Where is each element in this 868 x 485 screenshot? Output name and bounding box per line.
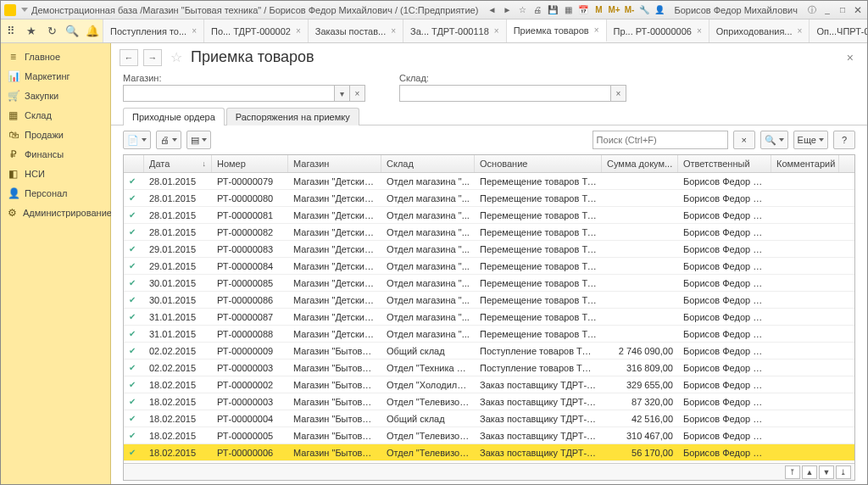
table-row[interactable]: ✔31.01.2015РТ-00000088Магазин "Детские .…: [124, 326, 854, 343]
m-icon[interactable]: M: [593, 4, 604, 16]
tab-close-icon[interactable]: ×: [391, 26, 396, 36]
print-button[interactable]: 🖨: [156, 131, 181, 149]
warehouse-filter-clear-icon[interactable]: ×: [611, 85, 626, 102]
tab-close-icon[interactable]: ×: [494, 26, 499, 36]
sidebar-item[interactable]: ⚙Администрирование: [1, 203, 110, 222]
report-button[interactable]: ▤: [186, 131, 211, 149]
sidebar-item[interactable]: 🛍Продажи: [1, 125, 110, 144]
cell-basis: Поступление товаров ТДР...: [475, 346, 602, 356]
subtab[interactable]: Приходные ордера: [123, 108, 225, 125]
col-sum[interactable]: Сумма докум...: [602, 155, 678, 172]
table-row[interactable]: ✔28.01.2015РТ-00000079Магазин "Детские .…: [124, 173, 854, 190]
table-row[interactable]: ✔02.02.2015РТ-00000009Магазин "Бытовая..…: [124, 343, 854, 360]
table-row[interactable]: ✔30.01.2015РТ-00000085Магазин "Детские .…: [124, 275, 854, 292]
shop-filter-clear-icon[interactable]: ×: [350, 85, 365, 102]
table-row[interactable]: ✔18.02.2015РТ-00000005Магазин "Бытовая..…: [124, 427, 854, 444]
tab[interactable]: Оп...ЧПРТ-000002×: [810, 20, 867, 42]
shop-filter-input[interactable]: [123, 85, 335, 102]
app-menu-dropdown-icon[interactable]: [21, 8, 28, 12]
calc-icon[interactable]: ▦: [562, 4, 574, 16]
tab[interactable]: По... ТДРТ-000002×: [204, 20, 309, 42]
tab[interactable]: Заказы постав...×: [309, 20, 403, 42]
tab[interactable]: Поступления то...×: [103, 20, 204, 42]
search-input[interactable]: [593, 131, 728, 149]
bell-icon[interactable]: 🔔: [82, 20, 103, 43]
scroll-bottom-icon[interactable]: ⤓: [836, 465, 851, 479]
help-button[interactable]: ?: [833, 131, 855, 149]
nav-back-button[interactable]: ←: [120, 49, 138, 66]
apps-icon[interactable]: ⠿: [1, 20, 21, 43]
m-minus-icon[interactable]: M-: [623, 4, 635, 16]
col-icon[interactable]: [124, 155, 144, 172]
table-row[interactable]: ✔30.01.2015РТ-00000086Магазин "Детские .…: [124, 292, 854, 309]
table-row[interactable]: ✔29.01.2015РТ-00000084Магазин "Детские .…: [124, 258, 854, 275]
table-row[interactable]: ✔31.01.2015РТ-00000087Магазин "Детские .…: [124, 309, 854, 326]
more-button[interactable]: Еще: [793, 131, 828, 149]
table-row[interactable]: ✔02.02.2015РТ-00000003Магазин "Бытовая..…: [124, 360, 854, 376]
cell-date: 18.02.2015: [144, 397, 212, 407]
scroll-up-icon[interactable]: ▲: [802, 465, 817, 479]
close-icon[interactable]: ✕: [852, 4, 864, 16]
search-icon[interactable]: 🔍: [62, 20, 82, 43]
tab[interactable]: За... ТДРТ-000118×: [403, 20, 507, 42]
tab[interactable]: Приемка товаров×: [507, 20, 607, 42]
col-date[interactable]: Дата↓: [144, 155, 212, 172]
minimize-icon[interactable]: _: [821, 4, 833, 16]
table-row[interactable]: ✔18.02.2015РТ-00000004Магазин "Бытовая..…: [124, 410, 854, 427]
search-clear-button[interactable]: ×: [733, 131, 755, 149]
nav-fwd-button[interactable]: →: [143, 49, 162, 66]
nav-fwd-icon[interactable]: ►: [501, 4, 513, 16]
col-comment[interactable]: Комментарий: [771, 155, 839, 172]
create-button[interactable]: 📄: [123, 131, 151, 149]
sidebar-item[interactable]: ▦Склад: [1, 105, 110, 125]
print-icon[interactable]: 🖨: [531, 4, 543, 16]
table-row[interactable]: ✔29.01.2015РТ-00000083Магазин "Детские .…: [124, 241, 854, 258]
tools-icon[interactable]: 🔧: [638, 4, 650, 16]
favorites-icon[interactable]: ☆: [516, 4, 528, 16]
star-icon[interactable]: ★: [21, 20, 42, 43]
search-button[interactable]: 🔍: [760, 131, 788, 149]
sidebar-item[interactable]: ₽Финансы: [1, 144, 110, 164]
table-row[interactable]: ✔18.02.2015РТ-00000006Магазин "Бытовая..…: [124, 444, 854, 461]
info-icon[interactable]: ⓘ: [806, 4, 818, 16]
favorite-toggle-icon[interactable]: ☆: [170, 49, 182, 65]
tab[interactable]: Пр... РТ-00000006×: [607, 20, 709, 42]
shop-filter-dropdown-icon[interactable]: ▾: [335, 85, 350, 102]
sidebar-item[interactable]: 📊Маркетинг: [1, 66, 110, 86]
warehouse-filter-input[interactable]: [399, 85, 611, 102]
col-number[interactable]: Номер: [212, 155, 288, 172]
tab[interactable]: Оприходования...×: [709, 20, 810, 42]
cell-shop: Магазин "Бытовая...: [288, 346, 381, 356]
scroll-top-icon[interactable]: ⤒: [785, 465, 800, 479]
page-close-icon[interactable]: ×: [847, 51, 859, 64]
table-row[interactable]: ✔18.02.2015РТ-00000003Магазин "Бытовая..…: [124, 393, 854, 410]
col-shop[interactable]: Магазин: [288, 155, 381, 172]
tab-close-icon[interactable]: ×: [192, 26, 197, 36]
maximize-icon[interactable]: □: [837, 4, 849, 16]
history-icon[interactable]: ↻: [42, 20, 62, 43]
sidebar-item[interactable]: 🛒Закупки: [1, 86, 110, 105]
sidebar-item[interactable]: ≡Главное: [1, 47, 110, 66]
sidebar-item[interactable]: 👤Персонал: [1, 183, 110, 203]
tab-close-icon[interactable]: ×: [594, 25, 599, 35]
sidebar-item[interactable]: ◧НСИ: [1, 164, 110, 183]
col-warehouse[interactable]: Склад: [381, 155, 475, 172]
subtab[interactable]: Распоряжения на приемку: [226, 108, 359, 125]
tab-close-icon[interactable]: ×: [697, 26, 702, 36]
calendar-icon[interactable]: 📅: [577, 4, 589, 16]
tab-close-icon[interactable]: ×: [296, 26, 301, 36]
save-icon[interactable]: 💾: [547, 4, 559, 16]
table-row[interactable]: ✔28.01.2015РТ-00000081Магазин "Детские .…: [124, 207, 854, 224]
nav-back-icon[interactable]: ◄: [486, 4, 498, 16]
m-plus-icon[interactable]: M+: [608, 4, 620, 16]
table-row[interactable]: ✔28.01.2015РТ-00000082Магазин "Детские .…: [124, 224, 854, 241]
table-row[interactable]: ✔28.01.2015РТ-00000080Магазин "Детские .…: [124, 190, 854, 207]
tab-close-icon[interactable]: ×: [798, 26, 803, 36]
scroll-down-icon[interactable]: ▼: [819, 465, 834, 479]
col-basis[interactable]: Основание: [475, 155, 602, 172]
table-row[interactable]: ✔18.02.2015РТ-00000002Магазин "Бытовая..…: [124, 376, 854, 393]
sidebar-label: Закупки: [25, 91, 58, 101]
col-responsible[interactable]: Ответственный: [678, 155, 771, 172]
grid-body[interactable]: ✔28.01.2015РТ-00000079Магазин "Детские .…: [124, 173, 854, 463]
main-toolbar: ⠿ ★ ↻ 🔍 🔔 Поступления то...×По... ТДРТ-0…: [1, 20, 867, 43]
